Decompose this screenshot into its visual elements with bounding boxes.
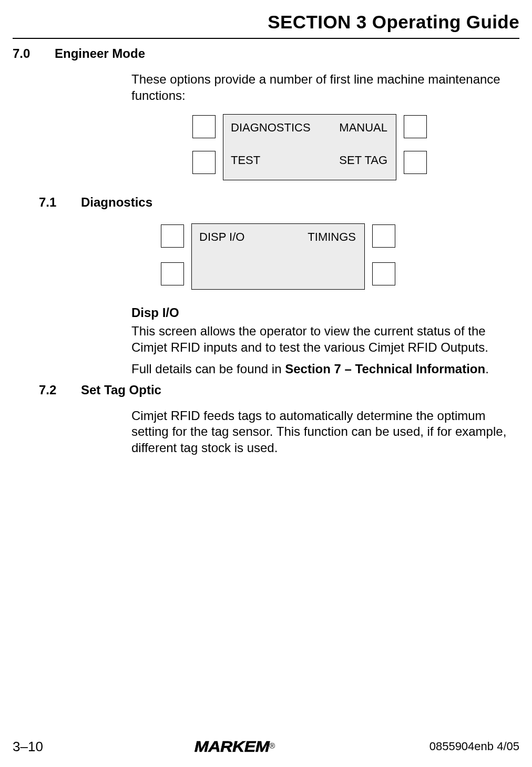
section-7-0-heading-row: 7.0 Engineer Mode: [13, 46, 519, 61]
disp-io-paragraph-2: Full details can be found in Section 7 –…: [131, 361, 514, 377]
document-code: 0855904enb 4/05: [429, 740, 519, 753]
section-7-2-heading-row: 7.2 Set Tag Optic: [13, 383, 519, 397]
softkey-bottom-right[interactable]: [372, 262, 395, 285]
disp-io-paragraph-1: This screen allows the operator to view …: [131, 323, 514, 355]
softkey-top-left[interactable]: [192, 115, 216, 138]
softkey-bottom-right[interactable]: [404, 151, 427, 174]
engineer-mode-menu-display: DIAGNOSTICS MANUAL TEST SET TAG: [191, 114, 433, 182]
lcd-screen: DISP I/O TIMINGS: [191, 223, 365, 290]
lcd-row-1: DIAGNOSTICS MANUAL: [231, 122, 387, 134]
brand-logo-text: MARKEM ®: [197, 738, 275, 755]
header-rule: [13, 38, 519, 39]
registered-trademark-icon: ®: [269, 741, 275, 750]
section-7-1-heading-row: 7.1 Diagnostics: [13, 195, 519, 210]
disp-io-p2-bold: Section 7 – Technical Information: [285, 362, 485, 376]
menu-item-set-tag: SET TAG: [339, 155, 387, 166]
menu-item-diagnostics: DIAGNOSTICS: [231, 122, 311, 134]
page-footer: 3–10 MARKEM ® 0855904enb 4/05: [13, 738, 519, 755]
softkey-top-right[interactable]: [404, 115, 427, 138]
menu-item-test: TEST: [231, 155, 260, 166]
section-7-0-number: 7.0: [13, 46, 55, 61]
softkey-top-left[interactable]: [161, 224, 184, 248]
disp-io-p2-post: .: [485, 362, 489, 376]
disp-io-heading: Disp I/O: [131, 305, 519, 320]
softkey-bottom-left[interactable]: [192, 151, 216, 174]
softkey-top-right[interactable]: [372, 224, 395, 248]
section-7-1-title: Diagnostics: [81, 195, 152, 210]
section-7-2-paragraph: Cimjet RFID feeds tags to automatically …: [131, 408, 514, 456]
disp-io-p2-pre: Full details can be found in: [131, 362, 285, 376]
page-number: 3–10: [13, 739, 43, 755]
diagnostics-menu-display: DISP I/O TIMINGS: [160, 223, 402, 292]
section-7-0-title: Engineer Mode: [55, 46, 145, 61]
menu-item-manual: MANUAL: [339, 122, 387, 134]
lcd-screen: DIAGNOSTICS MANUAL TEST SET TAG: [223, 114, 396, 180]
section-7-0-intro: These options provide a number of first …: [131, 71, 514, 104]
section-7-2-number: 7.2: [13, 383, 55, 397]
lcd-row-2: TEST SET TAG: [231, 155, 387, 166]
page-header-title: SECTION 3 Operating Guide: [13, 12, 519, 33]
section-7-2-title: Set Tag Optic: [81, 383, 161, 397]
menu-item-timings: TIMINGS: [308, 231, 356, 243]
lcd-row-1: DISP I/O TIMINGS: [199, 231, 356, 243]
softkey-bottom-left[interactable]: [161, 262, 184, 285]
brand-name: MARKEM: [195, 738, 270, 755]
section-7-1-number: 7.1: [13, 195, 55, 210]
menu-item-disp-io: DISP I/O: [199, 231, 244, 243]
